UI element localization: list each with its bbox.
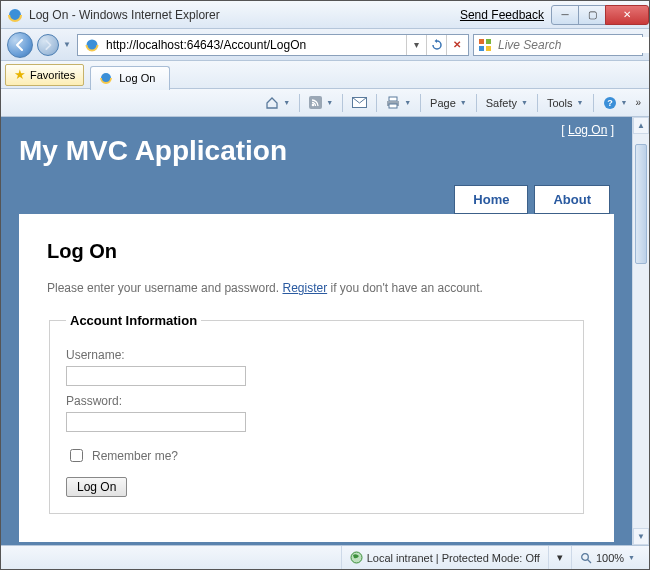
username-input[interactable] <box>66 366 246 386</box>
home-button[interactable]: ▼ <box>261 92 294 114</box>
stop-button[interactable]: ✕ <box>446 35 466 55</box>
vertical-scrollbar[interactable]: ▲ ▼ <box>632 117 649 545</box>
svg-line-19 <box>587 559 591 563</box>
tab-bar: ★ Favorites Log On <box>1 61 649 89</box>
world-icon <box>350 551 363 564</box>
feeds-button[interactable]: ▼ <box>305 92 337 114</box>
window-titlebar: Log On - Windows Internet Explorer Send … <box>1 1 649 29</box>
svg-point-18 <box>582 553 589 560</box>
password-input[interactable] <box>66 412 246 432</box>
browser-tab[interactable]: Log On <box>90 66 170 90</box>
svg-rect-14 <box>389 104 397 108</box>
svg-point-10 <box>312 104 315 107</box>
navtab-about[interactable]: About <box>534 185 610 214</box>
page-menu[interactable]: Page▼ <box>426 92 471 114</box>
page-heading: Log On <box>47 240 586 263</box>
forward-button[interactable] <box>37 34 59 56</box>
remember-label: Remember me? <box>92 449 178 463</box>
back-button[interactable] <box>7 32 33 58</box>
star-icon: ★ <box>14 67 26 82</box>
svg-rect-12 <box>389 97 397 101</box>
favorites-label: Favorites <box>30 69 75 81</box>
maximize-button[interactable]: ▢ <box>578 5 606 25</box>
search-input[interactable] <box>496 37 650 53</box>
password-label: Password: <box>66 394 567 408</box>
tab-label: Log On <box>119 72 155 84</box>
viewport: [ Log On ] My MVC Application Home About… <box>1 117 649 545</box>
status-bar: Local intranet | Protected Mode: Off ▾ 1… <box>1 545 649 569</box>
print-button[interactable]: ▼ <box>382 92 415 114</box>
command-bar: ▼ ▼ ▼ Page▼ Safety▼ Tools▼ ? ▼ » <box>1 89 649 117</box>
favorites-button[interactable]: ★ Favorites <box>5 64 84 86</box>
username-label: Username: <box>66 348 567 362</box>
register-link[interactable]: Register <box>282 281 327 295</box>
close-button[interactable]: ✕ <box>605 5 649 25</box>
tools-menu[interactable]: Tools▼ <box>543 92 588 114</box>
scroll-down-button[interactable]: ▼ <box>633 528 649 545</box>
app-title: My MVC Application <box>19 135 614 167</box>
fieldset-legend: Account Information <box>66 313 201 328</box>
security-zone[interactable]: Local intranet | Protected Mode: Off <box>341 546 548 569</box>
svg-rect-2 <box>479 39 484 44</box>
safety-menu[interactable]: Safety▼ <box>482 92 532 114</box>
readmail-button[interactable] <box>348 92 371 114</box>
ie-logo-icon <box>7 7 23 23</box>
url-input[interactable] <box>104 36 406 54</box>
search-provider-icon <box>478 38 492 52</box>
scroll-thumb[interactable] <box>635 144 647 264</box>
refresh-button[interactable] <box>426 35 446 55</box>
minimize-button[interactable]: ─ <box>551 5 579 25</box>
tab-favicon-icon <box>99 71 113 85</box>
account-fieldset: Account Information Username: Password: … <box>49 313 584 514</box>
recent-pages-dropdown[interactable]: ▼ <box>63 40 73 49</box>
remember-checkbox[interactable] <box>70 449 83 462</box>
address-bar: ▾ ✕ <box>77 34 469 56</box>
svg-text:?: ? <box>607 98 613 108</box>
address-dropdown[interactable]: ▾ <box>406 35 426 55</box>
search-box <box>473 34 643 56</box>
content-card: Log On Please enter your username and pa… <box>19 214 614 542</box>
zoom-control[interactable]: 100% ▼ <box>571 546 643 569</box>
help-button[interactable]: ? ▼ <box>599 92 632 114</box>
prompt-text: Please enter your username and password.… <box>47 281 586 295</box>
logon-link[interactable]: Log On <box>568 123 607 137</box>
svg-rect-4 <box>479 46 484 51</box>
page-favicon-icon <box>84 37 100 53</box>
scroll-up-button[interactable]: ▲ <box>633 117 649 134</box>
svg-rect-3 <box>486 39 491 44</box>
navigation-bar: ▼ ▾ ✕ <box>1 29 649 61</box>
zone-text: Local intranet | Protected Mode: Off <box>367 552 540 564</box>
zoom-icon <box>580 552 592 564</box>
commandbar-overflow[interactable]: » <box>633 97 643 108</box>
navtab-home[interactable]: Home <box>454 185 528 214</box>
login-status: [ Log On ] <box>561 123 614 137</box>
logon-submit-button[interactable]: Log On <box>66 477 127 497</box>
svg-rect-9 <box>309 96 322 109</box>
window-title: Log On - Windows Internet Explorer <box>29 8 220 22</box>
svg-rect-5 <box>486 46 491 51</box>
protected-mode-dropdown[interactable]: ▾ <box>548 546 571 569</box>
zoom-value: 100% <box>596 552 624 564</box>
send-feedback-link[interactable]: Send Feedback <box>460 8 544 22</box>
